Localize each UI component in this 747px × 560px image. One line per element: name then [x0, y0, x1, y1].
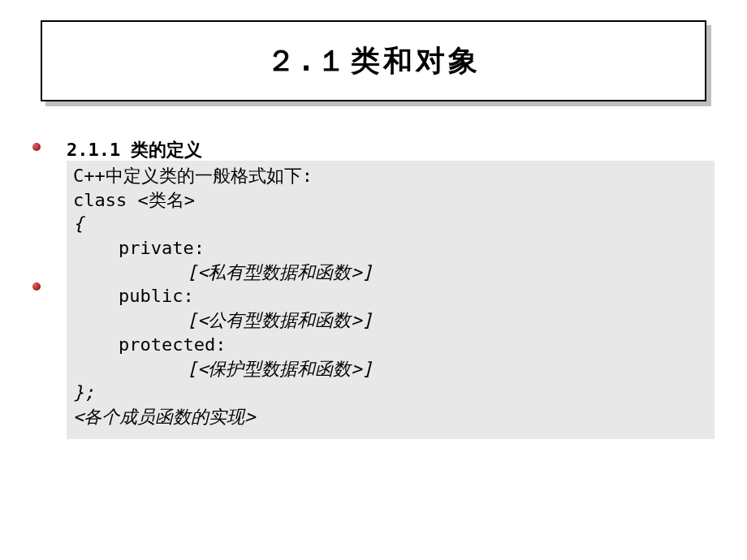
code-line: [<私有型数据和函数>] [73, 261, 708, 285]
title-number: ２.１ [266, 44, 348, 77]
code-line: class <类名> [73, 188, 708, 213]
code-line: public: [73, 284, 708, 308]
code-block: C++中定义类的一般格式如下: class <类名> { private: [<… [67, 161, 715, 439]
code-line: protected: [73, 333, 708, 357]
title-box: ２.１ 类和对象 [41, 20, 706, 101]
title-label: 类和对象 [351, 44, 481, 77]
bullet-icon [32, 282, 41, 291]
section-heading: 2.1.1 类的定义 [67, 138, 202, 162]
title-text: ２.１ 类和对象 [266, 41, 481, 81]
code-line: }; [73, 381, 708, 405]
code-line: <各个成员函数的实现> [73, 405, 708, 429]
bullet-icon [32, 143, 41, 151]
code-line: private: [73, 236, 708, 261]
code-line: [<保护型数据和函数>] [73, 357, 708, 381]
code-line: C++中定义类的一般格式如下: [73, 164, 708, 188]
code-line: { [73, 212, 708, 236]
code-line: [<公有型数据和函数>] [73, 308, 708, 333]
